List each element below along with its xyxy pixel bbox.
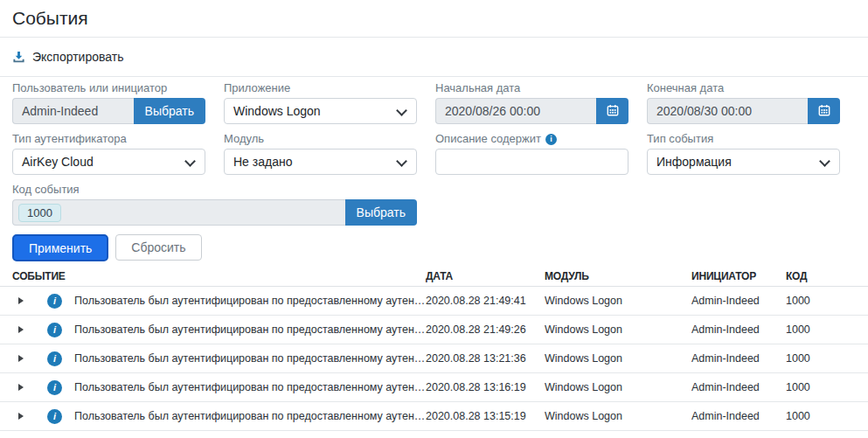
event-code-chip[interactable]: 1000 (18, 204, 61, 222)
filter-application: Приложение Windows Logon (224, 82, 417, 124)
calendar-icon (818, 104, 830, 119)
start-date-input[interactable] (435, 98, 596, 124)
end-date-input[interactable] (647, 98, 808, 124)
event-code-filter-label: Код события (12, 184, 417, 196)
column-header-code: КОД (786, 270, 856, 282)
filter-module: Модуль Не задано (224, 133, 417, 175)
event-type-select[interactable]: Информация (647, 149, 840, 175)
filter-start-date: Начальная дата (435, 82, 628, 124)
module-select[interactable]: Не задано (224, 149, 417, 175)
start-date-filter-label: Начальная дата (435, 82, 628, 94)
table-row: i Пользователь был аутентифицирован по п… (0, 344, 868, 373)
event-code: 1000 (786, 352, 856, 365)
info-icon[interactable]: i (545, 134, 557, 145)
table-header: СОБЫТИЕ ДАТА МОДУЛЬ ИНИЦИАТОР КОД (0, 266, 868, 287)
start-date-calendar-button[interactable] (596, 98, 628, 124)
info-icon[interactable]: i (47, 294, 62, 309)
event-date: 2020.08.28 13:16:19 (426, 381, 545, 393)
table-row: i (0, 431, 868, 438)
filter-actions: Применить Сбросить (0, 234, 868, 261)
table-row: i Пользователь был аутентифицирован по п… (0, 402, 868, 431)
event-module: Windows Logon (545, 381, 691, 393)
column-header-initiator: ИНИЦИАТОР (691, 270, 786, 282)
event-initiator: Admin-Indeed (691, 352, 786, 365)
module-filter-label: Модуль (224, 133, 417, 145)
event-description: Пользователь был аутентифицирован по пре… (74, 323, 426, 336)
table-row: i Пользователь был аутентифицирован по п… (0, 287, 868, 316)
export-label: Экспортировать (32, 50, 123, 64)
info-icon[interactable]: i (47, 351, 62, 366)
end-date-calendar-button[interactable] (808, 98, 840, 124)
event-description: Пользователь был аутентифицирован по пре… (74, 295, 426, 307)
expand-arrow-icon[interactable] (12, 326, 35, 333)
download-icon (12, 51, 25, 64)
info-icon[interactable]: i (47, 380, 62, 395)
expand-arrow-icon[interactable] (12, 384, 35, 391)
event-initiator: Admin-Indeed (691, 381, 786, 393)
user-input[interactable] (12, 98, 134, 124)
event-description: Пользователь был аутентифицирован по пре… (74, 410, 426, 422)
event-code: 1000 (786, 381, 856, 393)
event-module: Windows Logon (545, 410, 691, 422)
event-description: Пользователь был аутентифицирован по пре… (74, 352, 426, 365)
expand-arrow-icon[interactable] (12, 413, 35, 420)
expand-arrow-icon[interactable] (12, 355, 35, 362)
export-button[interactable]: Экспортировать (0, 38, 868, 77)
event-date: 2020.08.28 21:49:41 (426, 295, 545, 307)
event-code-select-button[interactable]: Выбрать (345, 199, 417, 226)
filter-user: Пользователь или инициатор Выбрать (12, 82, 205, 124)
event-initiator: Admin-Indeed (691, 295, 786, 307)
filter-panel: Пользователь или инициатор Выбрать Прило… (0, 77, 868, 234)
application-select[interactable]: Windows Logon (224, 98, 417, 124)
table-row: i Пользователь был аутентифицирован по п… (0, 316, 868, 344)
event-initiator: Admin-Indeed (691, 323, 786, 336)
filter-authenticator-type: Тип аутентификатора AirKey Cloud (12, 133, 205, 175)
description-input[interactable] (435, 149, 628, 175)
event-code: 1000 (786, 323, 856, 336)
column-header-module: МОДУЛЬ (545, 270, 691, 282)
event-date: 2020.08.28 13:15:19 (426, 410, 545, 422)
authenticator-type-select-value: AirKey Cloud (22, 155, 94, 169)
event-type-filter-label: Тип события (647, 133, 840, 145)
event-module: Windows Logon (545, 323, 691, 336)
event-code: 1000 (786, 295, 856, 307)
end-date-filter-label: Конечная дата (647, 82, 840, 94)
expand-arrow-icon[interactable] (12, 297, 35, 304)
event-date: 2020.08.28 21:49:26 (426, 323, 545, 336)
page-title: События (0, 0, 868, 38)
event-date: 2020.08.28 13:21:36 (426, 352, 545, 365)
filter-event-code: Код события 1000 Выбрать (12, 184, 417, 226)
column-header-event: СОБЫТИЕ (12, 270, 426, 282)
user-filter-label: Пользователь или инициатор (12, 82, 205, 94)
event-code-input[interactable]: 1000 (12, 199, 345, 226)
application-filter-label: Приложение (224, 82, 417, 94)
filter-end-date: Конечная дата (647, 82, 840, 124)
authenticator-type-select[interactable]: AirKey Cloud (12, 149, 205, 175)
event-code: 1000 (786, 410, 856, 422)
module-select-value: Не задано (233, 155, 292, 169)
column-header-date: ДАТА (426, 270, 545, 282)
info-icon[interactable]: i (47, 409, 62, 424)
description-filter-label: Описание содержит (435, 133, 541, 145)
user-select-button[interactable]: Выбрать (134, 98, 205, 124)
apply-button[interactable]: Применить (12, 234, 108, 261)
event-type-select-value: Информация (656, 155, 732, 169)
filter-event-type: Тип события Информация (647, 133, 840, 175)
calendar-icon (607, 104, 619, 119)
event-module: Windows Logon (545, 295, 691, 307)
table-body: i Пользователь был аутентифицирован по п… (0, 287, 868, 438)
info-icon[interactable]: i (47, 323, 62, 337)
authenticator-type-filter-label: Тип аутентификатора (12, 133, 205, 145)
event-module: Windows Logon (545, 352, 691, 365)
reset-button[interactable]: Сбросить (115, 234, 201, 261)
event-description: Пользователь был аутентифицирован по пре… (74, 381, 426, 393)
table-row: i Пользователь был аутентифицирован по п… (0, 373, 868, 402)
filter-description: Описание содержит i (435, 133, 628, 175)
event-initiator: Admin-Indeed (691, 410, 786, 422)
application-select-value: Windows Logon (233, 104, 321, 118)
